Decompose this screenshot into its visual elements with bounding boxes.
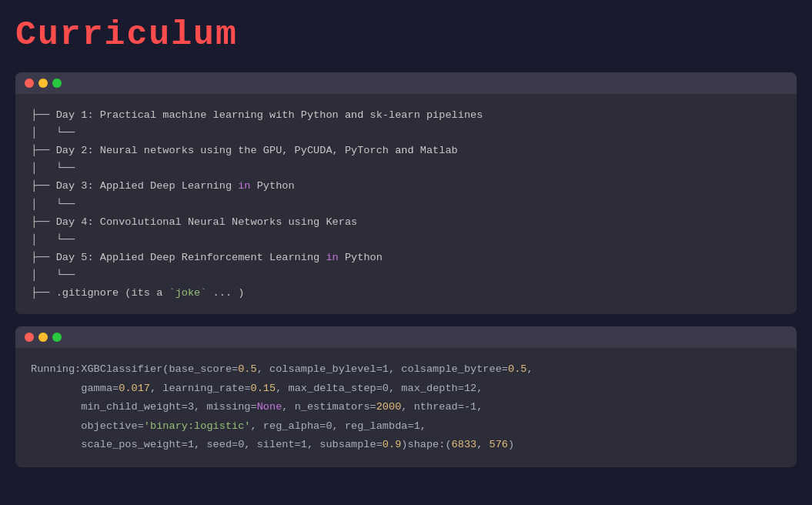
num-gamma: 0.017 [119,383,150,394]
str-objective: 'binary:logistic' [144,420,251,432]
terminal-header-2 [15,326,797,348]
code-line-4: objective='binary:logistic', reg_alpha=0… [31,417,781,436]
kw-none-val: None [257,401,282,413]
kw-and-1: and [345,109,363,121]
tree-line-day4-sub: │ └── [31,231,781,249]
tree-line-day5-sub: │ └── [31,266,781,284]
dot-red-1 [25,79,34,88]
code-line-1: Running:XGBClassifier(base_score=0.5, co… [31,360,781,379]
terminal-window-2: Running:XGBClassifier(base_score=0.5, co… [15,326,797,467]
dot-green-2 [52,333,62,342]
page-title: Curriculum [15,15,797,54]
num-base-score: 0.5 [238,363,256,375]
tree-line-day4: ├── Day 4: Convolutional Neural Networks… [31,213,781,231]
num-lr: 0.15 [251,383,276,394]
terminal-body-2: Running:XGBClassifier(base_score=0.5, co… [15,348,797,467]
tree-line-day3: ├── Day 3: Applied Deep Learning in Pyth… [31,177,781,195]
terminal-header-1 [15,72,797,94]
kw-in-1: in [238,180,250,192]
num-subsample: 0.9 [383,439,401,450]
dot-yellow-2 [38,333,48,342]
num-n-estimators: 2000 [376,401,402,413]
num-shape-2: 576 [490,439,508,450]
dot-yellow-1 [38,79,48,88]
dot-green-1 [52,79,62,88]
backtick-joke: `joke` [169,287,206,299]
tree-line-day1-sub: │ └── [31,124,781,142]
code-line-5: scale_pos_weight=1, seed=0, silent=1, su… [31,436,781,454]
kw-in-2: in [326,252,338,263]
code-line-3: min_child_weight=3, missing=None, n_esti… [31,398,781,416]
num-colsample-bytree: 0.5 [508,363,526,375]
terminal-window-1: ├── Day 1: Practical machine learning wi… [15,72,797,314]
tree-line-gitignore: ├── .gitignore (its a `joke` ... ) [31,284,781,302]
code-line-2: gamma=0.017, learning_rate=0.15, max_del… [31,380,781,398]
terminal-body-1: ├── Day 1: Practical machine learning wi… [15,94,797,314]
tree-line-day5: ├── Day 5: Applied Deep Reinforcement Le… [31,249,781,266]
tree-line-day3-sub: │ └── [31,196,781,213]
num-shape-1: 6833 [452,439,477,450]
tree-line-day2: ├── Day 2: Neural networks using the GPU… [31,142,781,159]
kw-and-2: and [395,145,413,156]
tree-line-day1: ├── Day 1: Practical machine learning wi… [31,106,781,124]
dot-red-2 [25,333,34,342]
tree-line-day2-sub: │ └── [31,159,781,177]
